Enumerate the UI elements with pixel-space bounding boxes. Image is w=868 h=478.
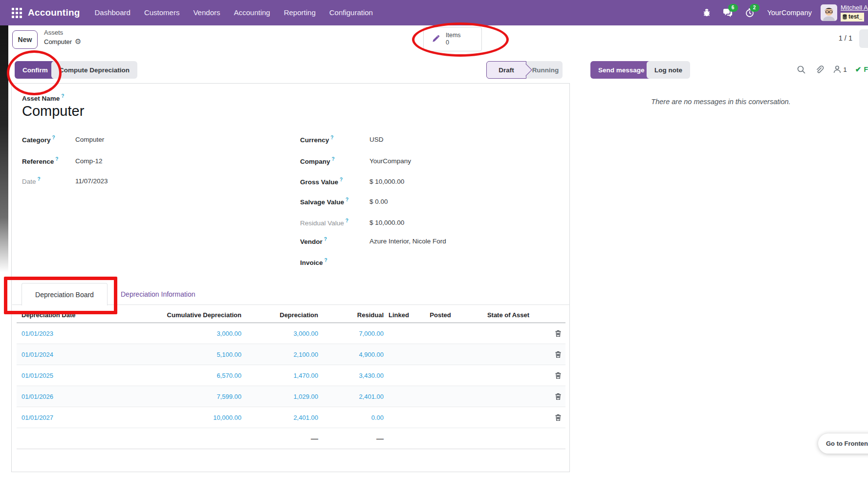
cell-depreciation[interactable]: 1,470.00	[241, 372, 318, 379]
pager-next-button[interactable]	[859, 29, 868, 48]
help-icon[interactable]: ?	[346, 218, 348, 223]
table-row[interactable]: 01/01/2024 5,100.00 2,100.00 4,900.00	[17, 344, 565, 365]
menu-customers[interactable]: Customers	[137, 0, 187, 25]
menu-configuration[interactable]: Configuration	[323, 0, 380, 25]
cell-cumulative[interactable]: 10,000.00	[129, 414, 241, 421]
field-invoice: Invoice?	[300, 257, 369, 267]
followers-button[interactable]: 1	[833, 65, 847, 74]
delete-row-icon[interactable]	[555, 351, 562, 358]
help-icon[interactable]: ?	[61, 93, 64, 99]
confirm-button[interactable]: Confirm	[15, 61, 56, 79]
gear-icon[interactable]: ⚙	[75, 37, 81, 45]
breadcrumb-assets[interactable]: Assets	[44, 28, 82, 37]
cell-residual[interactable]: 7,000.00	[318, 330, 384, 337]
user-name[interactable]: Mitchell A	[841, 4, 868, 11]
tab-depreciation-information[interactable]: Depreciation Information	[116, 283, 200, 305]
new-button[interactable]: New	[12, 30, 38, 49]
cell-date[interactable]: 01/01/2023	[17, 330, 129, 337]
search-icon[interactable]	[797, 65, 806, 74]
delete-row-icon[interactable]	[555, 414, 562, 421]
col-residual[interactable]: Residual	[318, 311, 384, 319]
delete-row-icon[interactable]	[555, 393, 562, 400]
vendor-value[interactable]: Azure Interior, Nicole Ford	[369, 238, 446, 245]
col-cumulative-depreciation[interactable]: Cumulative Depreciation	[129, 311, 241, 319]
company-value[interactable]: YourCompany	[369, 157, 411, 165]
table-footer: — —	[17, 428, 565, 449]
col-depreciation[interactable]: Depreciation	[241, 311, 318, 319]
asset-name-label-text: Asset Name	[22, 95, 60, 102]
footer-depreciation-total: —	[241, 435, 318, 443]
help-icon[interactable]: ?	[340, 177, 343, 182]
menu-dashboard[interactable]: Dashboard	[88, 0, 137, 25]
user-menu[interactable]: Mitchell A test_	[841, 3, 868, 22]
cell-cumulative[interactable]: 3,000.00	[129, 330, 241, 337]
delete-row-icon[interactable]	[555, 372, 562, 379]
messages-icon[interactable]: 6	[723, 7, 734, 18]
company-switcher[interactable]: YourCompany	[767, 9, 812, 17]
menu-accounting[interactable]: Accounting	[227, 0, 277, 25]
help-icon[interactable]: ?	[332, 156, 335, 162]
cell-residual[interactable]: 3,430.00	[318, 372, 384, 379]
log-note-button[interactable]: Log note	[647, 61, 690, 79]
category-value[interactable]: Computer	[75, 136, 104, 143]
breadcrumb: Assets Computer⚙	[44, 28, 82, 46]
table-row[interactable]: 01/01/2025 6,570.00 1,470.00 3,430.00	[17, 365, 565, 386]
tab-depreciation-board[interactable]: Depreciation Board	[22, 283, 108, 305]
help-icon[interactable]: ?	[330, 135, 333, 140]
top-navbar: Accounting Dashboard Customers Vendors A…	[0, 0, 868, 25]
status-running[interactable]: Running	[529, 61, 562, 79]
cell-cumulative[interactable]: 7,599.00	[129, 393, 241, 400]
col-depreciation-date[interactable]: Depreciation Date	[17, 311, 129, 319]
date-value[interactable]: 11/07/2023	[75, 177, 108, 185]
menu-reporting[interactable]: Reporting	[277, 0, 323, 25]
help-icon[interactable]: ?	[324, 237, 327, 242]
table-row[interactable]: 01/01/2027 10,000.00 2,401.00 0.00	[17, 407, 565, 428]
app-title[interactable]: Accounting	[28, 7, 80, 18]
help-icon[interactable]: ?	[52, 135, 55, 140]
help-icon[interactable]: ?	[346, 197, 348, 202]
col-posted[interactable]: Posted	[414, 311, 467, 319]
cell-date[interactable]: 01/01/2024	[17, 351, 129, 358]
cell-residual[interactable]: 0.00	[318, 414, 384, 421]
salvage-value[interactable]: $ 0.00	[369, 198, 388, 205]
following-button[interactable]: ✔ F	[855, 65, 868, 74]
delete-row-icon[interactable]	[555, 330, 562, 337]
apps-grid-icon[interactable]	[12, 8, 22, 18]
cell-depreciation[interactable]: 2,401.00	[241, 414, 318, 421]
cell-cumulative[interactable]: 6,570.00	[129, 372, 241, 379]
main-menu: Dashboard Customers Vendors Accounting R…	[88, 0, 380, 25]
cell-residual[interactable]: 4,900.00	[318, 351, 384, 358]
reference-value[interactable]: Comp-12	[75, 157, 103, 165]
notebook-tabs: Depreciation Board Depreciation Informat…	[12, 283, 570, 305]
col-state-of-asset[interactable]: State of Asset	[467, 311, 550, 319]
table-row[interactable]: 01/01/2026 7,599.00 1,029.00 2,401.00	[17, 386, 565, 407]
cell-date[interactable]: 01/01/2027	[17, 414, 129, 421]
cell-residual[interactable]: 2,401.00	[318, 393, 384, 400]
cell-cumulative[interactable]: 5,100.00	[129, 351, 241, 358]
help-icon[interactable]: ?	[55, 156, 58, 162]
items-stat-button[interactable]: Items 0	[423, 27, 482, 51]
cell-depreciation[interactable]: 2,100.00	[241, 351, 318, 358]
attachment-paperclip-icon[interactable]	[815, 65, 824, 74]
currency-value[interactable]: USD	[369, 136, 384, 143]
asset-name-input[interactable]: Computer	[22, 103, 84, 119]
send-message-button[interactable]: Send message	[590, 61, 652, 79]
debug-bug-icon[interactable]	[701, 7, 712, 18]
items-label: Items	[446, 32, 461, 39]
cell-depreciation[interactable]: 3,000.00	[241, 330, 318, 337]
table-row[interactable]: 01/01/2023 3,000.00 3,000.00 7,000.00	[17, 323, 565, 344]
go-to-frontend-button[interactable]: Go to Frontend	[818, 434, 868, 454]
activities-badge: 2	[750, 4, 760, 12]
user-avatar[interactable]	[821, 4, 837, 21]
help-icon[interactable]: ?	[38, 176, 41, 182]
status-draft[interactable]: Draft	[486, 61, 526, 79]
col-linked[interactable]: Linked	[384, 311, 414, 319]
menu-vendors[interactable]: Vendors	[186, 0, 227, 25]
cell-date[interactable]: 01/01/2026	[17, 393, 129, 400]
cell-depreciation[interactable]: 1,029.00	[241, 393, 318, 400]
help-icon[interactable]: ?	[325, 258, 327, 263]
compute-depreciation-button[interactable]: Compute Depreciation	[51, 61, 137, 79]
gross-value[interactable]: $ 10,000.00	[369, 178, 404, 185]
cell-date[interactable]: 01/01/2025	[17, 372, 129, 379]
activities-clock-icon[interactable]: 2	[744, 7, 755, 18]
